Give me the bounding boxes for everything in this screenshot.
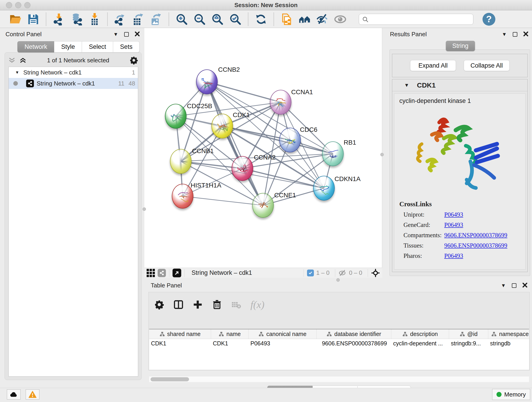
show-all-button[interactable]: [333, 12, 347, 26]
network-edge-count: 48: [128, 80, 135, 87]
add-icon[interactable]: [193, 300, 203, 310]
bottom-splitter-handle[interactable]: [336, 278, 340, 282]
expand-all-button[interactable]: Expand All: [410, 60, 456, 71]
collapse-all-icon[interactable]: [8, 57, 16, 64]
table-hscroll-thumb[interactable]: [151, 377, 189, 381]
grid-mode-icon[interactable]: [147, 269, 155, 277]
tree-expander-icon[interactable]: ▼: [15, 70, 19, 75]
control-panel-close-icon[interactable]: [135, 32, 140, 37]
crosshair-icon[interactable]: [371, 269, 380, 277]
string-app-icon: [26, 80, 34, 87]
delete-icon[interactable]: [212, 300, 222, 310]
column-header-namespace[interactable]: namespace: [488, 329, 529, 339]
memory-button[interactable]: Memory: [492, 389, 530, 400]
birdseye-view-icon[interactable]: [172, 269, 181, 277]
zoom-selected-button[interactable]: [228, 12, 242, 26]
network-collection-row[interactable]: ▼ String Network – cdk1 1: [9, 67, 138, 78]
zoom-out-button[interactable]: [192, 12, 207, 26]
selected-checkbox-icon[interactable]: [307, 269, 314, 276]
network-node-cdk1[interactable]: [211, 114, 233, 138]
open-session-button[interactable]: [8, 12, 22, 26]
table-hscrollbar[interactable]: [149, 376, 529, 382]
save-session-button[interactable]: [26, 12, 40, 26]
export-table-button[interactable]: [131, 12, 145, 26]
network-node-rb1[interactable]: [322, 141, 344, 166]
network-node-ccnb2[interactable]: [196, 70, 218, 94]
tab-string[interactable]: String: [446, 41, 475, 51]
crosslink-link[interactable]: P06493: [444, 221, 463, 229]
show-columns-icon[interactable]: [173, 300, 184, 310]
import-network-database-button[interactable]: [70, 12, 84, 26]
crosslink-link[interactable]: P06493: [444, 252, 463, 259]
table-panel-float-icon[interactable]: [512, 283, 516, 288]
network-node-ccna2[interactable]: [232, 156, 253, 181]
entry-expander-icon[interactable]: ▼: [404, 83, 409, 88]
export-network-button[interactable]: [113, 12, 127, 26]
protein-thumbnail-icon: [167, 109, 184, 125]
control-panel-float-icon[interactable]: [124, 32, 129, 37]
network-node-cdkn1a[interactable]: [313, 176, 335, 201]
right-splitter-handle[interactable]: [380, 153, 384, 156]
network-node-hist1h1a[interactable]: [172, 184, 193, 209]
tab-select[interactable]: Select: [82, 41, 113, 52]
gear-icon[interactable]: [129, 56, 138, 65]
crosslink-link[interactable]: 9606.ENSP00000378699: [444, 232, 507, 239]
expand-all-icon[interactable]: [19, 57, 27, 64]
collapse-all-button[interactable]: Collapse All: [464, 60, 510, 71]
network-node-ccnb1[interactable]: [170, 149, 191, 174]
table-panel-collapse-icon[interactable]: ▼: [501, 283, 506, 288]
network-node-ccna1[interactable]: [270, 90, 291, 115]
results-panel-close-icon[interactable]: [523, 32, 528, 37]
apply-layout-button[interactable]: [254, 12, 268, 26]
import-table-file-button[interactable]: [88, 12, 102, 26]
hidden-eye-slash-icon[interactable]: [338, 269, 347, 276]
crosslink-link[interactable]: 9606.ENSP00000378699: [444, 242, 507, 249]
import-network-file-button[interactable]: [52, 12, 66, 26]
node-label: CCNA1: [291, 89, 313, 96]
column-header-shared-name[interactable]: shared name: [149, 329, 211, 339]
table-cell: cyclin-dependent ...: [391, 339, 449, 348]
network-node-cdc25b[interactable]: [165, 104, 186, 128]
column-header-canonical-name[interactable]: canonical name: [249, 329, 317, 339]
zoom-in-button[interactable]: [175, 12, 189, 26]
crosslink-link[interactable]: P06493: [444, 211, 463, 218]
clone-network-icon: [280, 13, 293, 26]
column-header-database-identifier[interactable]: database identifier: [317, 329, 391, 339]
zoom-fit-button[interactable]: [210, 12, 225, 26]
tab-style[interactable]: Style: [54, 41, 82, 52]
network-node-cdc6[interactable]: [279, 128, 301, 153]
column-header-description[interactable]: description: [391, 329, 449, 339]
tab-network[interactable]: Network: [17, 41, 54, 52]
export-image-button[interactable]: [149, 12, 163, 26]
results-panel-float-icon[interactable]: [513, 32, 517, 37]
hide-selected-button[interactable]: [315, 12, 329, 26]
table-panel-close-icon[interactable]: [522, 283, 527, 288]
search-input[interactable]: [359, 14, 473, 25]
left-splitter-handle[interactable]: [143, 207, 146, 211]
help-button[interactable]: ?: [482, 13, 495, 26]
results-panel-collapse-icon[interactable]: ▼: [502, 32, 507, 37]
tab-sets[interactable]: Sets: [113, 41, 139, 52]
network-status-dot: [13, 81, 18, 86]
network-node-ccne1[interactable]: [252, 193, 274, 218]
column-header--id[interactable]: @id: [449, 329, 488, 339]
crosslink-label: Uniprot:: [399, 211, 444, 218]
clone-network-button[interactable]: [279, 12, 294, 26]
eye-icon: [334, 13, 346, 26]
crosslink-row: Pharos:P06493: [399, 252, 525, 259]
table-gear-icon[interactable]: [154, 300, 164, 310]
node-label: CCNE1: [274, 191, 296, 199]
column-header-name[interactable]: name: [211, 329, 249, 339]
control-panel-collapse-icon[interactable]: ▼: [113, 32, 118, 37]
network-canvas[interactable]: CCNB2CCNA1CDC25BCDK1CDC6RB1CCNB1CCNA2CDK…: [144, 28, 382, 268]
network-share-icon[interactable]: [158, 269, 166, 277]
protein-thumbnail-icon: [254, 198, 272, 215]
result-entry-header[interactable]: ▼ CDK1: [392, 79, 527, 91]
cloud-status-button[interactable]: [7, 389, 21, 400]
warnings-button[interactable]: [26, 389, 39, 400]
first-neighbors-button[interactable]: [298, 12, 312, 26]
table-row[interactable]: CDK1CDK1P064939606.ENSP00000378699cyclin…: [149, 339, 529, 348]
import-table-icon: [89, 13, 101, 26]
crosslink-label: Tissues:: [399, 242, 444, 249]
network-row[interactable]: String Network – cdk1 11 48: [9, 78, 138, 89]
